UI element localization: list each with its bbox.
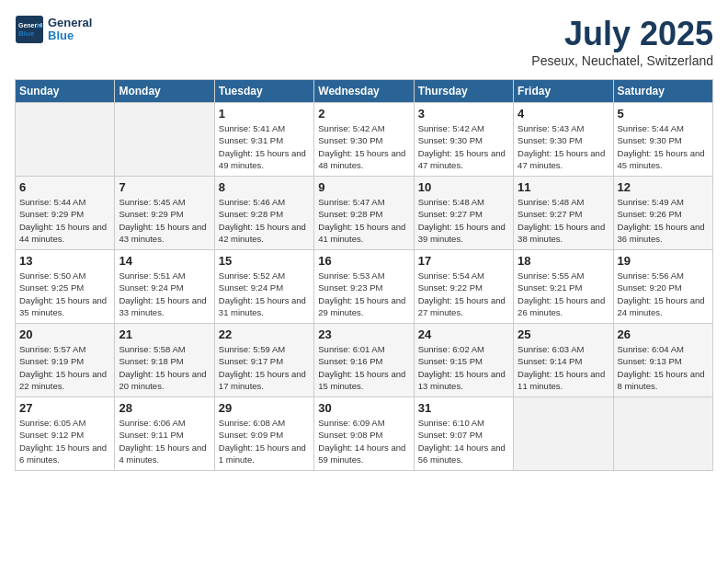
- day-number: 29: [219, 401, 310, 415]
- logo-icon: General Blue: [15, 15, 44, 44]
- day-number: 17: [418, 254, 509, 268]
- day-info: Sunrise: 5:42 AM Sunset: 9:30 PM Dayligh…: [318, 122, 409, 171]
- day-info: Sunrise: 6:08 AM Sunset: 9:09 PM Dayligh…: [219, 417, 310, 465]
- logo-blue: Blue: [48, 29, 92, 42]
- calendar-header: SundayMondayTuesdayWednesdayThursdayFrid…: [16, 80, 713, 103]
- day-info: Sunrise: 5:43 AM Sunset: 9:30 PM Dayligh…: [518, 122, 609, 171]
- calendar-week-row: 20Sunrise: 5:57 AM Sunset: 9:19 PM Dayli…: [16, 324, 713, 397]
- calendar-week-row: 6Sunrise: 5:44 AM Sunset: 9:29 PM Daylig…: [16, 177, 713, 250]
- weekday-row: SundayMondayTuesdayWednesdayThursdayFrid…: [16, 80, 713, 103]
- day-number: 4: [518, 107, 609, 121]
- day-info: Sunrise: 5:44 AM Sunset: 9:30 PM Dayligh…: [618, 122, 709, 171]
- weekday-header: Saturday: [613, 80, 712, 103]
- weekday-header: Friday: [514, 80, 613, 103]
- calendar-cell: 1Sunrise: 5:41 AM Sunset: 9:31 PM Daylig…: [214, 103, 313, 177]
- calendar-cell: [613, 397, 712, 471]
- day-number: 7: [119, 180, 210, 194]
- day-number: 5: [618, 107, 709, 121]
- calendar-cell: 3Sunrise: 5:42 AM Sunset: 9:30 PM Daylig…: [414, 103, 513, 177]
- day-info: Sunrise: 5:57 AM Sunset: 9:19 PM Dayligh…: [19, 343, 110, 392]
- calendar-week-row: 1Sunrise: 5:41 AM Sunset: 9:31 PM Daylig…: [16, 103, 713, 177]
- day-info: Sunrise: 5:48 AM Sunset: 9:27 PM Dayligh…: [418, 196, 509, 245]
- day-info: Sunrise: 6:10 AM Sunset: 9:07 PM Dayligh…: [418, 417, 509, 465]
- calendar-cell: 30Sunrise: 6:09 AM Sunset: 9:08 PM Dayli…: [314, 397, 414, 471]
- day-number: 22: [219, 327, 310, 341]
- day-info: Sunrise: 6:05 AM Sunset: 9:12 PM Dayligh…: [19, 417, 110, 465]
- weekday-header: Monday: [115, 80, 214, 103]
- calendar-cell: 27Sunrise: 6:05 AM Sunset: 9:12 PM Dayli…: [16, 397, 115, 471]
- calendar-cell: 9Sunrise: 5:47 AM Sunset: 9:28 PM Daylig…: [314, 177, 414, 250]
- calendar-cell: 10Sunrise: 5:48 AM Sunset: 9:27 PM Dayli…: [414, 177, 513, 250]
- day-number: 11: [518, 180, 609, 194]
- day-info: Sunrise: 5:49 AM Sunset: 9:26 PM Dayligh…: [618, 196, 709, 245]
- logo-text: General Blue: [48, 17, 92, 43]
- day-info: Sunrise: 5:58 AM Sunset: 9:18 PM Dayligh…: [119, 343, 210, 392]
- day-info: Sunrise: 6:01 AM Sunset: 9:16 PM Dayligh…: [318, 343, 409, 392]
- month-title: July 2025: [531, 15, 713, 53]
- calendar-week-row: 27Sunrise: 6:05 AM Sunset: 9:12 PM Dayli…: [16, 397, 713, 471]
- day-info: Sunrise: 5:47 AM Sunset: 9:28 PM Dayligh…: [318, 196, 409, 245]
- day-number: 1: [219, 107, 310, 121]
- day-number: 20: [19, 327, 110, 341]
- day-info: Sunrise: 5:41 AM Sunset: 9:31 PM Dayligh…: [219, 122, 310, 171]
- calendar-cell: 5Sunrise: 5:44 AM Sunset: 9:30 PM Daylig…: [613, 103, 712, 177]
- day-number: 14: [119, 254, 210, 268]
- day-number: 10: [418, 180, 509, 194]
- calendar-cell: 23Sunrise: 6:01 AM Sunset: 9:16 PM Dayli…: [314, 324, 414, 397]
- calendar-cell: 16Sunrise: 5:53 AM Sunset: 9:23 PM Dayli…: [314, 250, 414, 324]
- day-number: 23: [318, 327, 409, 341]
- calendar-cell: 22Sunrise: 5:59 AM Sunset: 9:17 PM Dayli…: [214, 324, 313, 397]
- logo: General Blue General Blue: [15, 15, 92, 44]
- calendar-cell: 17Sunrise: 5:54 AM Sunset: 9:22 PM Dayli…: [414, 250, 513, 324]
- calendar-cell: 20Sunrise: 5:57 AM Sunset: 9:19 PM Dayli…: [16, 324, 115, 397]
- weekday-header: Wednesday: [314, 80, 414, 103]
- location-subtitle: Peseux, Neuchatel, Switzerland: [531, 53, 713, 68]
- calendar-cell: 28Sunrise: 6:06 AM Sunset: 9:11 PM Dayli…: [115, 397, 214, 471]
- calendar-cell: 15Sunrise: 5:52 AM Sunset: 9:24 PM Dayli…: [214, 250, 313, 324]
- logo-general: General: [48, 17, 92, 29]
- day-info: Sunrise: 6:02 AM Sunset: 9:15 PM Dayligh…: [418, 343, 509, 392]
- day-number: 16: [318, 254, 409, 268]
- day-number: 19: [618, 254, 709, 268]
- day-info: Sunrise: 5:42 AM Sunset: 9:30 PM Dayligh…: [418, 122, 509, 171]
- weekday-header: Thursday: [414, 80, 513, 103]
- day-info: Sunrise: 5:55 AM Sunset: 9:21 PM Dayligh…: [518, 270, 609, 318]
- calendar-cell: [514, 397, 613, 471]
- weekday-header: Tuesday: [214, 80, 313, 103]
- day-number: 3: [418, 107, 509, 121]
- day-info: Sunrise: 5:45 AM Sunset: 9:29 PM Dayligh…: [119, 196, 210, 245]
- calendar-cell: 31Sunrise: 6:10 AM Sunset: 9:07 PM Dayli…: [414, 397, 513, 471]
- svg-text:Blue: Blue: [18, 29, 35, 38]
- calendar-cell: 18Sunrise: 5:55 AM Sunset: 9:21 PM Dayli…: [514, 250, 613, 324]
- calendar-cell: 7Sunrise: 5:45 AM Sunset: 9:29 PM Daylig…: [115, 177, 214, 250]
- day-info: Sunrise: 5:52 AM Sunset: 9:24 PM Dayligh…: [219, 270, 310, 318]
- calendar-table: SundayMondayTuesdayWednesdayThursdayFrid…: [15, 79, 713, 471]
- calendar-cell: [115, 103, 214, 177]
- day-info: Sunrise: 5:48 AM Sunset: 9:27 PM Dayligh…: [518, 196, 609, 245]
- day-info: Sunrise: 5:59 AM Sunset: 9:17 PM Dayligh…: [219, 343, 310, 392]
- calendar-cell: 6Sunrise: 5:44 AM Sunset: 9:29 PM Daylig…: [16, 177, 115, 250]
- calendar-cell: 29Sunrise: 6:08 AM Sunset: 9:09 PM Dayli…: [214, 397, 313, 471]
- calendar-cell: 14Sunrise: 5:51 AM Sunset: 9:24 PM Dayli…: [115, 250, 214, 324]
- day-number: 12: [618, 180, 709, 194]
- calendar-cell: 4Sunrise: 5:43 AM Sunset: 9:30 PM Daylig…: [514, 103, 613, 177]
- calendar-week-row: 13Sunrise: 5:50 AM Sunset: 9:25 PM Dayli…: [16, 250, 713, 324]
- day-number: 31: [418, 401, 509, 415]
- calendar-cell: 26Sunrise: 6:04 AM Sunset: 9:13 PM Dayli…: [613, 324, 712, 397]
- page-header: General Blue General Blue July 2025 Pese…: [15, 15, 713, 68]
- day-number: 28: [119, 401, 210, 415]
- day-number: 21: [119, 327, 210, 341]
- day-number: 13: [19, 254, 110, 268]
- calendar-body: 1Sunrise: 5:41 AM Sunset: 9:31 PM Daylig…: [16, 103, 713, 471]
- day-number: 30: [318, 401, 409, 415]
- calendar-cell: 8Sunrise: 5:46 AM Sunset: 9:28 PM Daylig…: [214, 177, 313, 250]
- day-number: 2: [318, 107, 409, 121]
- day-info: Sunrise: 5:56 AM Sunset: 9:20 PM Dayligh…: [618, 270, 709, 318]
- day-number: 24: [418, 327, 509, 341]
- weekday-header: Sunday: [16, 80, 115, 103]
- day-info: Sunrise: 6:06 AM Sunset: 9:11 PM Dayligh…: [119, 417, 210, 465]
- calendar-cell: 2Sunrise: 5:42 AM Sunset: 9:30 PM Daylig…: [314, 103, 414, 177]
- day-info: Sunrise: 6:04 AM Sunset: 9:13 PM Dayligh…: [618, 343, 709, 392]
- calendar-cell: [16, 103, 115, 177]
- calendar-cell: 25Sunrise: 6:03 AM Sunset: 9:14 PM Dayli…: [514, 324, 613, 397]
